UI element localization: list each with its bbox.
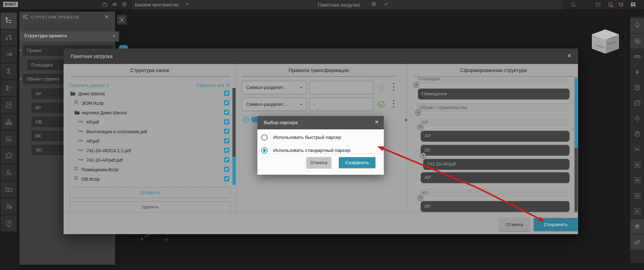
gear-icon[interactable]: ⚙: [372, 1, 379, 8]
search-icon[interactable]: [570, 1, 577, 8]
reset-all-link[interactable]: Сбросить всё: [188, 83, 230, 88]
tool-ghost-box-icon[interactable]: [630, 158, 644, 172]
tool-show-hidden-icon[interactable]: [630, 173, 644, 188]
toolbar-user-check-icon[interactable]: [1, 165, 17, 181]
collapse-chevron-icon[interactable]: ▼: [415, 110, 421, 116]
fit-view-button[interactable]: [117, 15, 127, 25]
tool-section-box-icon[interactable]: [630, 80, 644, 95]
close-icon[interactable]: ×: [375, 118, 379, 126]
team-icon[interactable]: [111, 1, 118, 8]
rule-value-input[interactable]: -: [309, 81, 373, 94]
tree-item[interactable]: PDF741-20–ИОС4.1.1.pdf✓: [68, 146, 231, 155]
collapse-chevron-icon[interactable]: ▼: [420, 153, 426, 159]
tree-item-checkbox[interactable]: ✓: [224, 110, 229, 115]
formed-item[interactable]: КР: [421, 201, 570, 212]
tool-hide-hidden-icon[interactable]: [630, 188, 644, 203]
tree-item-checkbox[interactable]: ✓: [224, 167, 229, 172]
radio-option-label[interactable]: Использовать быстрый парсер: [273, 135, 341, 140]
formed-item[interactable]: АР: [421, 172, 570, 183]
share-icon[interactable]: [383, 1, 389, 9]
formed-item[interactable]: 741-20-АР.pdf: [423, 159, 570, 170]
workspace-selector[interactable]: Базовое пространство: [135, 2, 179, 7]
radio-selected[interactable]: [261, 147, 268, 154]
tool-environment-icon[interactable]: [630, 18, 644, 33]
toolbar-shuffle-icon[interactable]: [1, 46, 17, 63]
tree-item-checkbox[interactable]: ✓: [224, 129, 229, 134]
toolbar-folder-transfer-icon[interactable]: [1, 181, 17, 198]
account-icon[interactable]: [630, 1, 637, 8]
toolbar-gauge-icon[interactable]: [1, 215, 17, 231]
tree-item[interactable]: Демо Школа✓: [68, 89, 231, 98]
collapse-chevron-icon[interactable]: ▼: [418, 124, 423, 130]
cancel-button[interactable]: Отмена: [499, 218, 530, 231]
toolbar-sum-icon[interactable]: Σ: [1, 63, 17, 79]
structure-dropdown[interactable]: Структура проекта ▾: [20, 31, 119, 41]
chevron-down-icon[interactable]: ▾: [20, 49, 21, 52]
tool-flag-icon[interactable]: [630, 127, 644, 141]
tool-ruler-icon[interactable]: [630, 49, 644, 64]
toolbar-connections-icon[interactable]: [1, 30, 17, 46]
dialog-cancel-button[interactable]: Отмена: [307, 157, 331, 168]
dialog-save-button[interactable]: Сохранить: [339, 157, 375, 168]
tool-orbit-icon[interactable]: [630, 235, 644, 250]
close-icon[interactable]: ×: [105, 13, 109, 21]
close-icon[interactable]: ×: [567, 51, 571, 60]
formed-item[interactable]: Площадка: [414, 77, 570, 85]
history-icon[interactable]: 10: [618, 1, 625, 8]
tree-item-checkbox[interactable]: ✓: [224, 148, 229, 153]
tree-item-checkbox[interactable]: ✓: [224, 100, 229, 105]
panel-menu-icon[interactable]: [22, 14, 28, 21]
tool-focus-icon[interactable]: [630, 111, 644, 126]
tree-item-checkbox[interactable]: ✓: [224, 157, 229, 162]
toolbar-sum-plus-icon[interactable]: Σ+: [1, 80, 17, 96]
toolbar-hierarchy-icon[interactable]: [1, 114, 17, 130]
tool-flash-icon[interactable]: [630, 65, 644, 79]
tree-item[interactable]: PDF741-20-АР.pdf.pdf✓: [68, 155, 231, 165]
rule-type-select[interactable]: Символ-разделит...▾: [242, 81, 306, 94]
toolbar-plugins-icon[interactable]: [1, 148, 17, 164]
tree-item[interactable]: PDFКР.pdf✓: [68, 117, 231, 127]
notifications-icon[interactable]: [607, 1, 614, 8]
radio-unselected[interactable]: [261, 134, 268, 141]
toolbar-charts-icon[interactable]: [1, 131, 17, 147]
shield-check-icon[interactable]: [121, 1, 128, 8]
tool-axes-icon[interactable]: 12: [630, 142, 644, 157]
add-rule-icon[interactable]: [243, 117, 249, 124]
tree-item-checkbox[interactable]: ✓: [224, 138, 229, 143]
add-button[interactable]: Добавить: [70, 187, 231, 198]
formed-item[interactable]: Объект строительства: [415, 102, 570, 113]
tree-item[interactable]: IFCZIPОВ.ifczip✓: [68, 174, 231, 184]
view-cube[interactable]: Спереди Слева: [588, 27, 623, 57]
formed-item[interactable]: Помещения: [418, 89, 570, 99]
rule-value-input[interactable]: -: [309, 98, 373, 111]
rule-type-select[interactable]: Символ-разделит...▾: [242, 98, 306, 111]
rule-menu-icon[interactable]: [393, 83, 394, 92]
tree-item-checkbox[interactable]: ✓: [224, 119, 229, 124]
toolbar-project-structure-icon[interactable]: [1, 13, 17, 29]
tool-floor-plan-icon[interactable]: [630, 96, 644, 110]
tree-item[interactable]: IFCZIPПомещения.ifczip✓: [68, 165, 231, 174]
chevron-down-icon[interactable]: ▾: [186, 2, 188, 6]
scrollbar-thumb[interactable]: [232, 88, 236, 157]
delete-button[interactable]: Удалить: [70, 201, 231, 213]
rule-menu-icon[interactable]: [393, 100, 394, 109]
formed-item[interactable]: КР: [418, 187, 570, 198]
tree-item[interactable]: PDFВентиляция и отопление.pdf✓: [68, 127, 231, 136]
collapse-tree-link[interactable]: Свернуть дерево: [70, 83, 110, 88]
radio-option-label[interactable]: Использовать стандартный парсер: [273, 148, 350, 153]
collapse-chevron-icon[interactable]: ▼: [413, 82, 419, 88]
tree-item[interactable]: PDFАР.pdf✓: [68, 136, 231, 146]
save-button[interactable]: Сохранить: [534, 218, 578, 231]
toolbar-user-location-icon[interactable]: [1, 198, 17, 214]
tool-clear-selection-icon[interactable]: [630, 204, 644, 219]
collapse-chevron-icon[interactable]: ▼: [418, 195, 423, 201]
tree-item-checkbox[interactable]: ✓: [224, 176, 229, 181]
tree-item[interactable]: IFCZIPЭОМ.ifczip✓: [68, 98, 231, 108]
briefcase-icon[interactable]: [101, 1, 108, 8]
tree-item[interactable]: чертежи Демо Школа✓: [68, 108, 231, 117]
tree-item-checkbox[interactable]: ✓: [224, 91, 229, 96]
scrollbar-thumb[interactable]: [574, 148, 578, 212]
formed-item[interactable]: АР: [418, 117, 570, 127]
tool-selection-area-icon[interactable]: [630, 34, 644, 49]
chevron-down-icon[interactable]: ▾: [20, 77, 21, 81]
